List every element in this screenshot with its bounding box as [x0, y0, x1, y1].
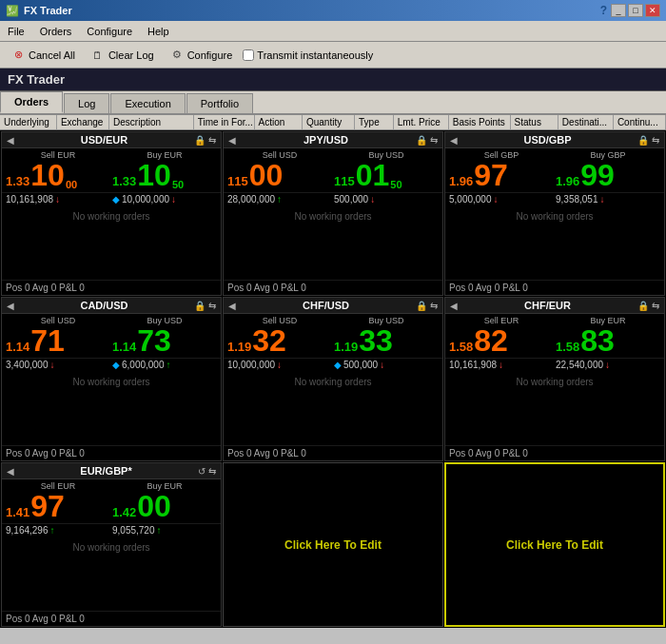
- col-lmt-price: Lmt. Price: [394, 115, 449, 129]
- cell-cad-usd-arrow-left[interactable]: ◀: [7, 301, 14, 311]
- cell-eur-gbp-no-orders: No working orders: [2, 537, 221, 558]
- cell-usd-gbp-sell[interactable]: Sell GBP 1.96 97: [449, 150, 554, 190]
- menu-orders[interactable]: Orders: [36, 25, 76, 38]
- cell-jpy-usd-buy-vol: 500,000 ↓: [334, 194, 439, 205]
- cell-jpy-usd-arrow-left[interactable]: ◀: [228, 135, 236, 146]
- cell-usd-eur-arrow-left[interactable]: ◀: [7, 135, 14, 146]
- cell-chf-usd-buy-vol: ◆ 500,000 ↓: [334, 360, 439, 370]
- cell-chf-usd-arrow-left[interactable]: ◀: [228, 301, 236, 311]
- cell-usd-eur-lock-icon[interactable]: 🔒: [194, 135, 206, 146]
- cell-chf-eur-buy[interactable]: Buy EUR 1.58 83: [556, 316, 660, 356]
- cell-usd-eur-sell-vol: 10,161,908 ↓: [6, 194, 110, 205]
- tab-execution[interactable]: Execution: [110, 93, 185, 113]
- click-edit-2-label[interactable]: Click Here To Edit: [446, 464, 663, 625]
- clear-log-button[interactable]: 🗒 Clear Log: [86, 45, 159, 66]
- title-bar-title: FX Trader: [24, 5, 72, 16]
- cell-usd-eur-arrow-right[interactable]: ⇆: [208, 135, 216, 146]
- cell-usd-eur-pnl: Pos 0 Avg 0 P&L 0: [2, 280, 221, 295]
- cancel-all-button[interactable]: ⊗ Cancel All: [6, 45, 80, 66]
- cell-chf-usd-no-orders: No working orders: [224, 371, 442, 393]
- diamond-icon: ◆: [334, 360, 342, 370]
- cell-cad-usd-title: CAD/USD: [14, 300, 194, 311]
- cell-chf-eur-sell-vol: 10,161,908 ↓: [449, 360, 554, 370]
- cell-jpy-usd: ◀ JPY/USD 🔒 ⇆ Sell USD 115 00 Buy USD 11…: [223, 131, 443, 296]
- up-arrow-icon: ↑: [277, 194, 282, 205]
- cell-eur-gbp-title: EUR/GBP*: [14, 465, 198, 477]
- down-arrow-icon: ↓: [605, 360, 610, 370]
- minimize-button[interactable]: _: [611, 4, 626, 17]
- down-arrow-icon: ↓: [50, 360, 55, 370]
- cell-chf-eur-arrow-left[interactable]: ◀: [450, 301, 458, 311]
- cell-jpy-usd-sell[interactable]: Sell USD 115 00: [227, 150, 332, 190]
- menu-file[interactable]: File: [4, 25, 29, 38]
- transmit-checkbox[interactable]: [243, 49, 254, 61]
- cell-chf-eur: ◀ CHF/EUR 🔒 ⇆ Sell EUR 1.58 82 Buy EUR 1…: [444, 297, 665, 461]
- cell-eur-gbp-buy-vol: 9,055,720 ↑: [112, 525, 217, 536]
- cell-usd-eur-sell[interactable]: Sell EUR 1.33 10 00: [6, 150, 110, 190]
- toolbar: ⊗ Cancel All 🗒 Clear Log ⚙ Configure Tra…: [0, 42, 666, 68]
- cell-chf-usd-sell[interactable]: Sell USD 1.19 32: [227, 316, 332, 356]
- close-button[interactable]: ✕: [645, 4, 660, 17]
- cell-edit-1[interactable]: Click Here To Edit: [223, 462, 443, 627]
- cell-eur-gbp-pnl: Pos 0 Avg 0 P&L 0: [2, 611, 221, 626]
- cell-jpy-usd-pnl: Pos 0 Avg 0 P&L 0: [224, 280, 442, 295]
- help-button[interactable]: ?: [600, 4, 607, 17]
- cell-cad-usd-header: ◀ CAD/USD 🔒 ⇆: [2, 298, 221, 314]
- cell-cad-usd-pnl: Pos 0 Avg 0 P&L 0: [2, 445, 221, 460]
- cell-eur-gbp-arrow-right[interactable]: ⇆: [208, 466, 216, 477]
- cancel-all-icon: ⊗: [10, 48, 26, 63]
- tab-portfolio[interactable]: Portfolio: [186, 93, 253, 113]
- cell-usd-eur: ◀ USD/EUR 🔒 ⇆ Sell EUR 1.33 10 00 Buy EU…: [1, 131, 222, 296]
- cell-chf-eur-title: CHF/EUR: [458, 300, 637, 311]
- cell-cad-usd-sell[interactable]: Sell USD 1.14 71: [6, 316, 110, 356]
- up-arrow-icon: ↑: [50, 525, 55, 536]
- cell-cad-usd-lock-icon[interactable]: 🔒: [194, 301, 206, 311]
- cell-cad-usd-no-orders: No working orders: [2, 371, 221, 393]
- up-arrow-icon: ↑: [157, 525, 162, 536]
- cell-jpy-usd-arrow-right[interactable]: ⇆: [430, 135, 438, 146]
- cell-jpy-usd-lock-icon[interactable]: 🔒: [416, 135, 427, 146]
- configure-button[interactable]: ⚙ Configure: [165, 45, 238, 66]
- menu-help[interactable]: Help: [144, 25, 173, 38]
- cell-eur-gbp-buy[interactable]: Buy EUR 1.42 00: [112, 481, 217, 521]
- menu-configure[interactable]: Configure: [83, 25, 136, 38]
- clear-log-icon: 🗒: [90, 48, 106, 63]
- cell-jpy-usd-buy[interactable]: Buy USD 115 01 50: [334, 150, 439, 190]
- cell-chf-usd-arrow-right[interactable]: ⇆: [430, 301, 438, 311]
- col-description: Description: [109, 115, 194, 129]
- transmit-checkbox-label[interactable]: Transmit instantaneously: [243, 49, 373, 61]
- cell-cad-usd-arrow-right[interactable]: ⇆: [208, 301, 216, 311]
- cell-chf-eur-pnl: Pos 0 Avg 0 P&L 0: [445, 445, 664, 460]
- cell-usd-eur-buy[interactable]: Buy EUR 1.33 10 50: [112, 150, 217, 190]
- cell-cad-usd-buy[interactable]: Buy USD 1.14 73: [112, 316, 217, 356]
- click-edit-1-label[interactable]: Click Here To Edit: [224, 463, 442, 626]
- col-type: Type: [355, 115, 394, 129]
- cell-chf-eur-arrow-right[interactable]: ⇆: [652, 301, 659, 311]
- tab-orders[interactable]: Orders: [0, 91, 63, 113]
- down-arrow-icon: ↓: [277, 360, 282, 370]
- cell-chf-usd-buy[interactable]: Buy USD 1.19 33: [334, 316, 439, 356]
- cell-usd-gbp-buy[interactable]: Buy GBP 1.96 99: [556, 150, 660, 190]
- cell-usd-gbp-arrow-right[interactable]: ⇆: [652, 135, 659, 146]
- cell-chf-usd: ◀ CHF/USD 🔒 ⇆ Sell USD 1.19 32 Buy USD 1…: [223, 297, 443, 461]
- cell-chf-eur-buy-vol: 22,540,000 ↓: [556, 360, 660, 370]
- cell-eur-gbp-refresh-icon[interactable]: ↺: [198, 466, 206, 477]
- cell-usd-gbp-title: USD/GBP: [458, 134, 637, 146]
- cell-eur-gbp-header: ◀ EUR/GBP* ↺ ⇆: [2, 463, 221, 479]
- down-arrow-icon: ↓: [494, 194, 499, 205]
- cell-eur-gbp-sell[interactable]: Sell EUR 1.41 97: [6, 481, 110, 521]
- cell-cad-usd: ◀ CAD/USD 🔒 ⇆ Sell USD 1.14 71 Buy USD 1…: [1, 297, 222, 461]
- cell-usd-eur-title: USD/EUR: [14, 134, 194, 146]
- cell-edit-2[interactable]: Click Here To Edit: [444, 462, 665, 627]
- menu-bar: File Orders Configure Help: [0, 21, 666, 42]
- col-underlying: Underlying: [0, 115, 57, 129]
- cell-chf-eur-lock-icon[interactable]: 🔒: [637, 301, 649, 311]
- cell-chf-eur-sell[interactable]: Sell EUR 1.58 82: [449, 316, 554, 356]
- cell-eur-gbp-arrow-left[interactable]: ◀: [7, 466, 14, 477]
- cell-chf-usd-lock-icon[interactable]: 🔒: [416, 301, 427, 311]
- tab-log[interactable]: Log: [64, 93, 109, 113]
- cell-usd-gbp-arrow-left[interactable]: ◀: [450, 135, 458, 146]
- cell-usd-gbp-lock-icon[interactable]: 🔒: [637, 135, 649, 146]
- cell-eur-gbp-sell-vol: 9,164,296 ↑: [6, 525, 110, 536]
- maximize-button[interactable]: □: [628, 4, 643, 17]
